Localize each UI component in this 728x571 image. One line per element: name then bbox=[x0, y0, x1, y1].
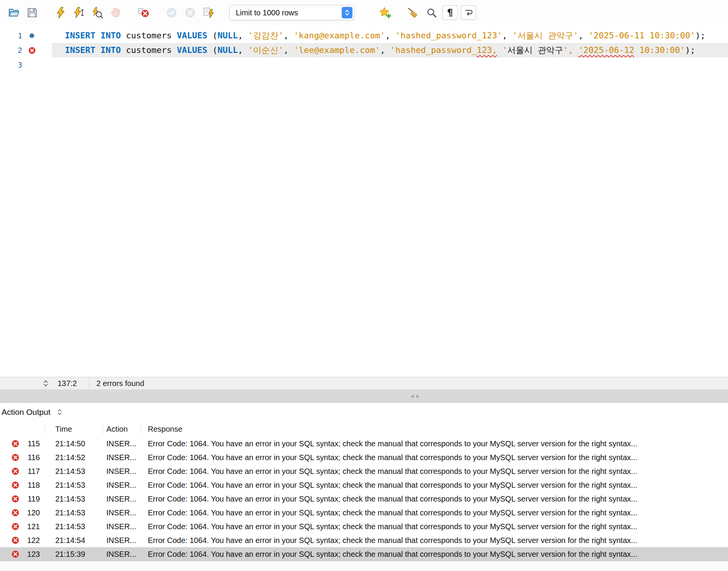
output-row-time: 21:14:54 bbox=[45, 536, 103, 545]
error-status-icon bbox=[12, 440, 19, 447]
statusbar-divider bbox=[89, 377, 89, 389]
cursor-position: 137:2 bbox=[58, 379, 79, 388]
show-invisibles-button[interactable]: ¶ bbox=[442, 5, 458, 20]
header-separator bbox=[103, 424, 103, 434]
action-output-title: Action Output bbox=[2, 408, 50, 417]
toolbar-right: ¶ bbox=[376, 4, 478, 21]
line-number: 2 bbox=[0, 43, 22, 58]
stop-on-error-icon bbox=[138, 7, 149, 18]
mysql-workbench-window: Limit to 1000 rows ¶ 1INSERT INTO custom… bbox=[0, 0, 728, 571]
explain-plan-button[interactable] bbox=[88, 4, 106, 21]
column-header-response[interactable]: Response bbox=[141, 425, 728, 434]
output-row-action: INSER... bbox=[103, 522, 141, 531]
output-row-index: 116 bbox=[19, 453, 45, 462]
stop-execution-icon bbox=[110, 7, 121, 18]
dropdown-stepper-icon bbox=[342, 7, 352, 18]
stop-execution-button[interactable] bbox=[107, 4, 124, 21]
find-button[interactable] bbox=[423, 4, 440, 21]
open-script-button[interactable] bbox=[5, 4, 23, 21]
editor-statusbar: 137:2 2 errors found bbox=[0, 377, 728, 390]
output-row-index: 117 bbox=[19, 467, 45, 476]
beautify-button[interactable] bbox=[404, 4, 422, 21]
pane-splitter[interactable] bbox=[0, 390, 728, 403]
show-invisibles-icon: ¶ bbox=[447, 7, 453, 18]
error-status-icon bbox=[12, 481, 19, 489]
error-status-icon bbox=[12, 495, 19, 503]
header-separator bbox=[141, 424, 141, 434]
save-snippet-button[interactable] bbox=[376, 4, 394, 21]
output-row-response: Error Code: 1064. You have an error in y… bbox=[141, 467, 728, 476]
output-row-action: INSER... bbox=[103, 439, 141, 448]
sql-editor-toolbar: Limit to 1000 rows ¶ bbox=[0, 0, 728, 25]
output-row-time: 21:15:39 bbox=[45, 550, 103, 559]
rollback-button[interactable] bbox=[181, 4, 199, 21]
action-output-panel: Action Output Time Action Response 11521… bbox=[0, 403, 728, 561]
line-number: 3 bbox=[0, 58, 22, 72]
wrap-text-icon bbox=[464, 8, 473, 17]
autocommit-button[interactable] bbox=[200, 4, 217, 21]
output-row[interactable]: 11821:14:53INSER...Error Code: 1064. You… bbox=[0, 478, 728, 492]
statusbar-stepper-icon[interactable] bbox=[43, 379, 48, 388]
output-row[interactable]: 12021:14:53INSER...Error Code: 1064. You… bbox=[0, 506, 728, 520]
output-row-time: 21:14:53 bbox=[45, 467, 103, 476]
execute-current-button[interactable] bbox=[70, 4, 88, 21]
stop-on-error-button[interactable] bbox=[135, 4, 152, 21]
error-status-icon bbox=[12, 509, 19, 517]
explain-plan-icon bbox=[91, 7, 103, 18]
editor-line[interactable]: 3 bbox=[0, 58, 728, 72]
output-table-rows: 11521:14:50INSER...Error Code: 1064. You… bbox=[0, 437, 728, 561]
output-row-index: 119 bbox=[19, 495, 45, 503]
commit-button[interactable] bbox=[163, 4, 180, 21]
execute-all-button[interactable] bbox=[51, 4, 69, 21]
output-row-time: 21:14:50 bbox=[45, 439, 103, 448]
column-header-time[interactable]: Time bbox=[45, 425, 103, 434]
output-row-action: INSER... bbox=[103, 453, 141, 462]
error-status-icon bbox=[12, 550, 19, 558]
limit-rows-value: Limit to 1000 rows bbox=[236, 8, 298, 17]
output-row-time: 21:14:52 bbox=[45, 453, 103, 462]
output-row-response: Error Code: 1064. You have an error in y… bbox=[141, 550, 728, 559]
output-row-time: 21:14:53 bbox=[45, 481, 103, 490]
action-output-stepper-icon[interactable] bbox=[57, 408, 62, 416]
output-row[interactable]: 11721:14:53INSER...Error Code: 1064. You… bbox=[0, 464, 728, 478]
execute-current-icon bbox=[73, 7, 84, 18]
code-line-text bbox=[52, 58, 728, 72]
output-row[interactable]: 11621:14:52INSER...Error Code: 1064. You… bbox=[0, 451, 728, 464]
output-row[interactable]: 12321:15:39INSER...Error Code: 1064. You… bbox=[0, 547, 728, 561]
output-row-action: INSER... bbox=[103, 495, 141, 503]
bottom-scrollbar-track[interactable] bbox=[0, 561, 728, 571]
sql-editor[interactable]: 1INSERT INTO customers VALUES (NULL, '강감… bbox=[0, 25, 728, 377]
action-output-header: Action Output bbox=[0, 403, 728, 421]
column-header-action[interactable]: Action bbox=[103, 425, 141, 434]
output-row[interactable]: 12121:14:53INSER...Error Code: 1064. You… bbox=[0, 520, 728, 533]
output-row-time: 21:14:53 bbox=[45, 508, 103, 517]
statement-marker-icon bbox=[27, 31, 37, 41]
open-script-icon bbox=[8, 7, 20, 18]
output-row-action: INSER... bbox=[103, 508, 141, 517]
error-status-icon bbox=[12, 454, 19, 461]
editor-gutter: 2 bbox=[0, 43, 52, 58]
output-row[interactable]: 11521:14:50INSER...Error Code: 1064. You… bbox=[0, 437, 728, 451]
output-row-index: 118 bbox=[19, 481, 45, 490]
header-separator bbox=[45, 424, 45, 434]
gutter-spacer bbox=[27, 60, 37, 70]
execute-all-icon bbox=[55, 7, 66, 18]
errors-found-label: 2 errors found bbox=[96, 379, 144, 388]
editor-line[interactable]: 2INSERT INTO customers VALUES (NULL, '이순… bbox=[0, 43, 728, 58]
error-status-icon bbox=[12, 523, 19, 530]
output-row-index: 115 bbox=[19, 439, 45, 448]
output-row-index: 120 bbox=[19, 508, 45, 517]
output-row-time: 21:14:53 bbox=[45, 495, 103, 503]
output-row-response: Error Code: 1064. You have an error in y… bbox=[141, 495, 728, 503]
limit-rows-dropdown[interactable]: Limit to 1000 rows bbox=[229, 5, 354, 20]
save-script-button[interactable] bbox=[23, 4, 41, 21]
output-row[interactable]: 11921:14:53INSER...Error Code: 1064. You… bbox=[0, 492, 728, 506]
editor-gutter: 1 bbox=[0, 28, 52, 43]
autocommit-icon bbox=[203, 7, 214, 18]
output-row[interactable]: 12221:14:54INSER...Error Code: 1064. You… bbox=[0, 533, 728, 547]
output-row-action: INSER... bbox=[103, 550, 141, 559]
wrap-text-button[interactable] bbox=[461, 5, 476, 20]
output-row-response: Error Code: 1064. You have an error in y… bbox=[141, 453, 728, 462]
output-table-header: Time Action Response bbox=[0, 421, 728, 437]
editor-line[interactable]: 1INSERT INTO customers VALUES (NULL, '강감… bbox=[0, 28, 728, 43]
